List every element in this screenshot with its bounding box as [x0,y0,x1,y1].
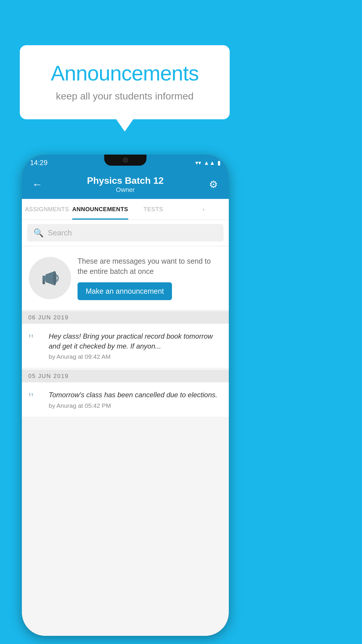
wifi-icon: ▾▾ [195,159,201,166]
tab-assignments-label: ASSIGNMENTS [25,206,69,213]
tab-tests-label: TESTS [144,206,163,213]
tab-more[interactable]: › [178,199,229,220]
status-icons: ▾▾ ▲▲ ▮ [195,159,221,166]
tab-announcements-label: ANNOUNCEMENTS [72,206,128,213]
speech-bubble-title: Announcements [37,61,212,85]
search-placeholder: Search [48,228,72,237]
announcement-meta-1: by Anurag at 09:42 AM [49,353,222,360]
app-bar-subtitle: Owner [45,186,206,194]
announcement-item-2[interactable]: " Tomorrow's class has been cancelled du… [22,382,229,417]
announcement-content-2: Tomorrow's class has been cancelled due … [49,390,222,409]
speech-bubble-subtitle: keep all your students informed [37,90,212,102]
settings-icon[interactable]: ⚙ [206,178,221,190]
speech-bubble: Announcements keep all your students inf… [20,45,230,119]
tab-tests[interactable]: TESTS [128,199,179,220]
app-bar-title-area: Physics Batch 12 Owner [45,175,206,194]
back-button[interactable]: ← [30,178,45,190]
status-time: 14:29 [30,159,48,167]
announcement-meta-2: by Anurag at 05:42 PM [49,402,222,409]
tab-bar: ASSIGNMENTS ANNOUNCEMENTS TESTS › [22,199,229,220]
date-separator-1: 06 JUN 2019 [22,311,229,324]
announcement-text-2: Tomorrow's class has been cancelled due … [49,390,222,400]
quote-icon-1: " [28,332,43,346]
announcement-promo: These are messages you want to send to t… [22,247,229,309]
svg-point-2 [53,271,56,285]
promo-description: These are messages you want to send to t… [78,256,222,276]
app-bar: ← Physics Batch 12 Owner ⚙ [22,170,229,199]
battery-icon: ▮ [217,159,221,166]
phone-notch [104,155,147,166]
announcement-content-1: Hey class! Bring your practical record b… [49,331,222,360]
app-bar-title: Physics Batch 12 [45,175,206,186]
promo-content: These are messages you want to send to t… [78,256,222,300]
promo-icon-circle [29,257,71,299]
speech-bubble-container: Announcements keep all your students inf… [20,45,230,119]
tab-more-label: › [203,206,205,213]
content-area: 🔍 Search [22,220,229,636]
phone-screen: 14:29 ▾▾ ▲▲ ▮ ← Physics Batch 12 Owner ⚙… [22,155,229,636]
announcement-text-1: Hey class! Bring your practical record b… [49,331,222,351]
svg-marker-0 [42,276,45,281]
svg-rect-3 [42,280,45,284]
quote-icon-2: " [28,391,43,405]
date-separator-2: 05 JUN 2019 [22,370,229,382]
signal-icon: ▲▲ [203,160,215,166]
announcement-item-1[interactable]: " Hey class! Bring your practical record… [22,324,229,368]
search-icon: 🔍 [34,228,44,238]
make-announcement-button[interactable]: Make an announcement [78,282,172,300]
search-bar-container: 🔍 Search [22,220,229,246]
phone-camera [123,158,128,163]
tab-assignments[interactable]: ASSIGNMENTS [22,199,72,220]
phone-frame: 14:29 ▾▾ ▲▲ ▮ ← Physics Batch 12 Owner ⚙… [22,155,229,636]
search-bar[interactable]: 🔍 Search [27,224,224,242]
megaphone-icon [40,268,60,288]
tab-announcements[interactable]: ANNOUNCEMENTS [72,199,128,220]
